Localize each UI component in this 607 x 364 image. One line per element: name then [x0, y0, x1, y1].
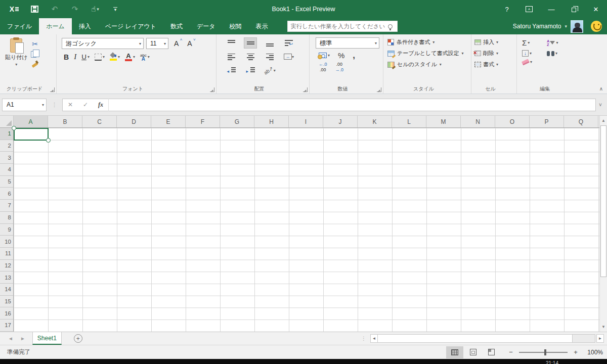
- next-sheet-button[interactable]: ►: [20, 336, 25, 341]
- column-header[interactable]: K: [358, 116, 392, 127]
- align-right-button[interactable]: [263, 51, 276, 62]
- chevron-down-icon[interactable]: ▾: [565, 24, 567, 29]
- merge-center-button[interactable]: ↔▾: [282, 51, 295, 62]
- delete-cells-button[interactable]: 削除▾: [474, 50, 515, 57]
- formula-input[interactable]: [108, 99, 596, 111]
- row-header[interactable]: 14: [0, 284, 13, 296]
- clear-button[interactable]: ▾: [522, 60, 545, 64]
- number-format-combo[interactable]: 標準 ▾: [316, 37, 379, 49]
- bold-button[interactable]: B: [64, 53, 69, 61]
- decrease-font-size-button[interactable]: A˅: [184, 39, 195, 48]
- tab-insert[interactable]: 挿入: [72, 18, 98, 34]
- borders-button[interactable]: ▾: [95, 54, 105, 61]
- increase-indent-button[interactable]: ▸: [244, 65, 257, 76]
- column-header[interactable]: G: [220, 116, 254, 127]
- excel-logo-icon[interactable]: X: [4, 0, 24, 18]
- format-as-table-button[interactable]: テーブルとして書式設定▾: [387, 50, 468, 57]
- font-dialog-launcher[interactable]: [210, 87, 214, 92]
- column-header[interactable]: J: [323, 116, 358, 127]
- name-box[interactable]: A1 ▾: [2, 99, 47, 111]
- minimize-button[interactable]: —: [540, 0, 562, 18]
- tab-split-grip[interactable]: ⋮: [361, 336, 370, 341]
- row-header[interactable]: 16: [0, 307, 13, 320]
- new-sheet-button[interactable]: +: [74, 334, 82, 343]
- zoom-in-button[interactable]: +: [573, 348, 579, 356]
- tab-data[interactable]: データ: [190, 18, 223, 34]
- column-header[interactable]: C: [82, 116, 117, 127]
- column-header[interactable]: M: [426, 116, 461, 127]
- active-cell-selection[interactable]: [14, 128, 49, 141]
- font-size-combo[interactable]: 11 ▾: [146, 38, 168, 49]
- column-header[interactable]: D: [117, 116, 151, 127]
- row-header[interactable]: 3: [0, 152, 13, 164]
- row-header[interactable]: 7: [0, 200, 13, 212]
- fill-color-button[interactable]: ▾: [110, 53, 120, 61]
- phonetic-guide-button[interactable]: abcA▾: [140, 54, 150, 61]
- account-name[interactable]: Satoru Yamamoto: [513, 23, 561, 30]
- selection-handle-top-left[interactable]: [12, 126, 16, 130]
- select-all-corner[interactable]: [0, 116, 14, 127]
- feedback-smiley-button[interactable]: [591, 21, 602, 32]
- redo-button[interactable]: ↷: [65, 0, 85, 18]
- row-header[interactable]: 13: [0, 271, 13, 284]
- font-color-button[interactable]: A▾: [125, 53, 135, 61]
- column-header[interactable]: Q: [564, 116, 598, 127]
- tab-page-layout[interactable]: ページ レイアウト: [98, 18, 163, 34]
- avatar[interactable]: [571, 20, 583, 33]
- row-header[interactable]: 15: [0, 296, 13, 308]
- enter-button[interactable]: ✓: [78, 101, 93, 108]
- paste-button[interactable]: 貼り付け ▾: [5, 37, 28, 84]
- copy-button[interactable]: ▾: [31, 51, 39, 58]
- scroll-up-icon[interactable]: ▲: [600, 116, 607, 125]
- italic-button[interactable]: I: [74, 53, 76, 61]
- align-center-button[interactable]: [244, 51, 257, 62]
- normal-view-button[interactable]: [446, 346, 463, 358]
- sheet-tab-active[interactable]: Sheet1: [32, 332, 62, 345]
- tab-home[interactable]: ホーム: [39, 18, 72, 34]
- column-header[interactable]: N: [461, 116, 495, 127]
- row-header[interactable]: 17: [0, 320, 13, 332]
- align-top-button[interactable]: [225, 37, 238, 49]
- column-header[interactable]: H: [254, 116, 289, 127]
- vertical-scroll-thumb[interactable]: [600, 125, 606, 277]
- row-header-selected[interactable]: 1: [0, 128, 13, 140]
- decrease-indent-button[interactable]: ◂: [225, 65, 238, 76]
- cells-canvas[interactable]: [14, 128, 599, 332]
- scroll-down-icon[interactable]: ▼: [600, 322, 607, 332]
- row-header[interactable]: 8: [0, 212, 13, 224]
- format-painter-button[interactable]: [31, 61, 39, 67]
- fill-button[interactable]: ↓▾: [522, 50, 545, 57]
- column-header[interactable]: O: [495, 116, 530, 127]
- row-header[interactable]: 5: [0, 176, 13, 188]
- row-header[interactable]: 12: [0, 260, 13, 272]
- currency-format-button[interactable]: ▾: [319, 53, 330, 58]
- tab-formulas[interactable]: 数式: [163, 18, 190, 34]
- tab-review[interactable]: 校閲: [223, 18, 249, 34]
- conditional-formatting-button[interactable]: 条件付き書式▾: [387, 38, 468, 46]
- row-header[interactable]: 9: [0, 224, 13, 236]
- zoom-slider[interactable]: [519, 349, 568, 356]
- horizontal-scroll-thumb[interactable]: [378, 335, 573, 342]
- orientation-button[interactable]: ab↗▾: [263, 65, 276, 76]
- row-header[interactable]: 10: [0, 236, 13, 248]
- column-header[interactable]: B: [48, 116, 82, 127]
- row-header[interactable]: 6: [0, 188, 13, 200]
- cancel-button[interactable]: ✕: [63, 101, 78, 108]
- align-left-button[interactable]: [225, 51, 238, 62]
- insert-cells-button[interactable]: 挿入▾: [474, 38, 515, 46]
- cell-styles-button[interactable]: セルのスタイル▾: [387, 61, 468, 68]
- decrease-decimal-button[interactable]: .00→.0: [335, 62, 344, 72]
- selection-handle-bottom-right[interactable]: [46, 138, 51, 143]
- column-header[interactable]: L: [392, 116, 426, 127]
- tab-file[interactable]: ファイル: [0, 18, 39, 34]
- help-button[interactable]: ?: [496, 0, 518, 18]
- vertical-scrollbar[interactable]: ▲ ▼: [599, 116, 607, 332]
- font-name-combo[interactable]: 游ゴシック ▾: [62, 38, 144, 49]
- column-header-selected[interactable]: A: [14, 116, 48, 127]
- ribbon-display-options-button[interactable]: ˄: [518, 0, 540, 18]
- row-header[interactable]: 4: [0, 164, 13, 176]
- horizontal-scrollbar[interactable]: ◄ ►: [370, 332, 607, 345]
- comma-style-button[interactable]: ,: [353, 53, 355, 58]
- column-header[interactable]: F: [186, 116, 220, 127]
- autosum-button[interactable]: Σ▾: [522, 38, 545, 47]
